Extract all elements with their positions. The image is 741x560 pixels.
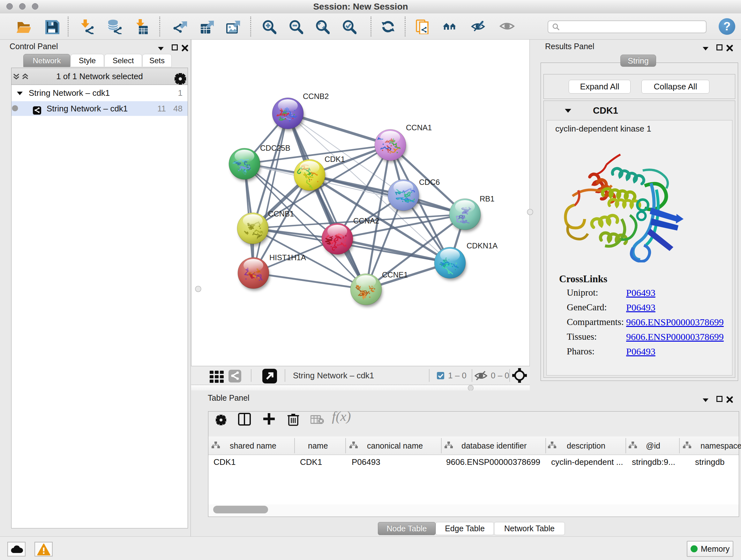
svg-text:CDC25B: CDC25B: [260, 144, 290, 152]
svg-text:HIST1H1A: HIST1H1A: [269, 253, 306, 262]
svg-text:CDK1: CDK1: [325, 155, 345, 164]
svg-text:RB1: RB1: [480, 194, 495, 203]
svg-text:CCNB2: CCNB2: [303, 92, 329, 101]
svg-text:CCNA2: CCNA2: [353, 216, 379, 225]
svg-text:CCNE1: CCNE1: [382, 270, 408, 279]
svg-text:CCNA1: CCNA1: [406, 123, 432, 132]
svg-text:CCNB1: CCNB1: [268, 209, 294, 218]
svg-text:CDKN1A: CDKN1A: [467, 241, 497, 250]
svg-text:CDC6: CDC6: [419, 178, 440, 186]
